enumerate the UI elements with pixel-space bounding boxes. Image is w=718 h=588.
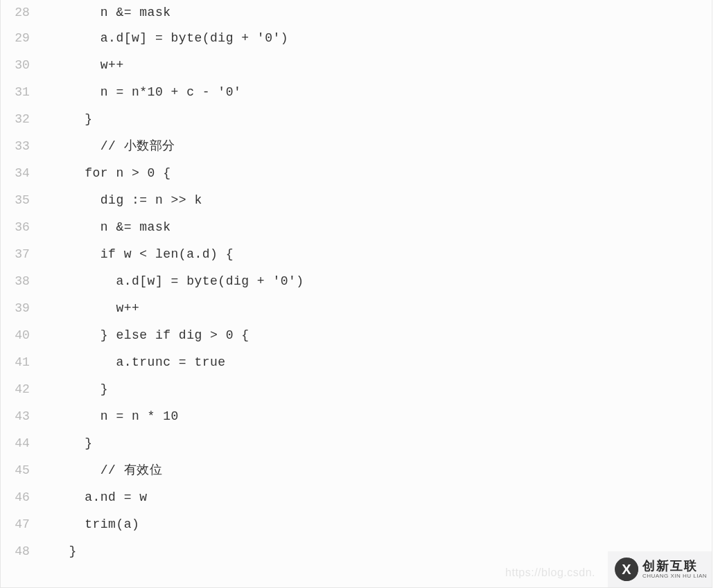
brand-badge: X 创新互联 CHUANG XIN HU LIAN xyxy=(608,551,712,587)
brand-text: 创新互联 CHUANG XIN HU LIAN xyxy=(642,560,707,580)
code-text: a.nd = w xyxy=(44,484,148,511)
code-line: 42 } xyxy=(1,376,712,403)
code-line: 44 } xyxy=(1,430,712,457)
brand-logo-glyph: X xyxy=(622,562,631,576)
brand-name-pinyin: CHUANG XIN HU LIAN xyxy=(642,573,707,580)
brand-name-cn: 创新互联 xyxy=(642,560,707,573)
gutter xyxy=(1,0,44,587)
code-text: dig := n >> k xyxy=(44,187,202,214)
code-line: 28 n &= mask xyxy=(1,0,712,25)
code-line: 47 trim(a) xyxy=(1,511,712,538)
code-line: 43 n = n * 10 xyxy=(1,403,712,430)
code-text: w++ xyxy=(44,52,124,79)
code-line: 33 // 小数部分 xyxy=(1,133,712,160)
code-text: for n > 0 { xyxy=(44,160,171,187)
code-comment: // 有效位 xyxy=(44,457,162,484)
code-comment: // 小数部分 xyxy=(44,133,175,160)
code-text: } xyxy=(44,430,93,457)
brand-logo-icon: X xyxy=(615,558,638,581)
code-line: 39 w++ xyxy=(1,295,712,322)
watermark-url: https://blog.csdn. xyxy=(505,567,595,579)
code-text: n = n*10 + c - '0' xyxy=(44,79,241,106)
code-line: 37 if w < len(a.d) { xyxy=(1,241,712,268)
code-text: if w < len(a.d) { xyxy=(44,241,234,268)
code-line: 38 a.d[w] = byte(dig + '0') xyxy=(1,268,712,295)
code-text: a.d[w] = byte(dig + '0') xyxy=(44,25,288,52)
code-line: 46 a.nd = w xyxy=(1,484,712,511)
code-block: 28 n &= mask29 a.d[w] = byte(dig + '0')3… xyxy=(0,0,712,588)
code-line: 45 // 有效位 xyxy=(1,457,712,484)
code-text: n &= mask xyxy=(44,214,171,241)
code-text: a.trunc = true xyxy=(44,349,226,376)
code-text: n = n * 10 xyxy=(44,403,179,430)
code-line: 41 a.trunc = true xyxy=(1,349,712,376)
code-text: a.d[w] = byte(dig + '0') xyxy=(44,268,304,295)
code-text: n &= mask xyxy=(44,0,171,25)
code-text: } xyxy=(44,376,108,403)
code-line: 29 a.d[w] = byte(dig + '0') xyxy=(1,25,712,52)
code-text: } xyxy=(44,538,77,565)
code-line: 34 for n > 0 { xyxy=(1,160,712,187)
code-line: 40 } else if dig > 0 { xyxy=(1,322,712,349)
code-line: 31 n = n*10 + c - '0' xyxy=(1,79,712,106)
code-text: w++ xyxy=(44,295,139,322)
code-line: 32 } xyxy=(1,106,712,133)
code-text: trim(a) xyxy=(44,511,139,538)
code-line: 48 } xyxy=(1,538,712,565)
code-line: 30 w++ xyxy=(1,52,712,79)
code-text: } else if dig > 0 { xyxy=(44,322,249,349)
code-text: } xyxy=(44,106,93,133)
code-lines: 28 n &= mask29 a.d[w] = byte(dig + '0')3… xyxy=(1,0,712,565)
code-line: 35 dig := n >> k xyxy=(1,187,712,214)
code-line: 36 n &= mask xyxy=(1,214,712,241)
